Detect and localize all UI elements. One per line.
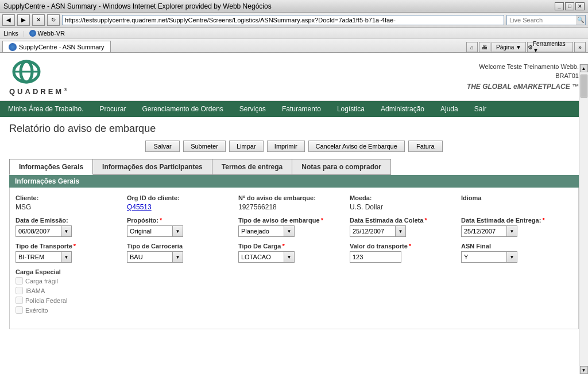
nav-logistica[interactable]: Logística xyxy=(329,101,373,117)
page-button[interactable]: Página ▼ xyxy=(492,42,526,52)
tagline: THE GLOBAL eMARKETPLACE ™ xyxy=(467,83,579,91)
nav-gerenciamento[interactable]: Gerenciamento de Ordens xyxy=(134,101,231,117)
stop-button[interactable]: ✕ xyxy=(32,14,45,26)
minimize-button[interactable]: _ xyxy=(555,2,564,10)
nav-ajuda[interactable]: Ajuda xyxy=(432,101,466,117)
exercito-label: Exército xyxy=(25,307,48,314)
data-emissao-input[interactable] xyxy=(16,225,61,237)
org-id-value[interactable]: Q45513 xyxy=(127,203,229,211)
close-button[interactable]: ✕ xyxy=(575,2,585,10)
tipo-aviso-dropdown[interactable]: ▼ xyxy=(284,225,295,237)
asn-final-input[interactable] xyxy=(461,251,507,263)
forward-button[interactable]: ▶ xyxy=(17,14,30,26)
tab-informacoes-participantes[interactable]: Informações dos Participantes xyxy=(93,159,212,175)
tipo-aviso-label: Tipo de aviso de embarque * xyxy=(238,217,341,224)
imprimir-button[interactable]: Imprimir xyxy=(267,141,305,152)
webb-vr-link[interactable]: Webb-VR xyxy=(29,30,65,37)
scroll-thumb[interactable] xyxy=(581,75,587,98)
valor-transporte-group: Valor do transporte * xyxy=(350,243,461,263)
welcome-text: Welcome Teste Treinamento Webb. BRAT01 xyxy=(467,63,579,80)
nav-faturamento[interactable]: Faturamento xyxy=(274,101,329,117)
tipo-carga-input[interactable] xyxy=(238,251,284,263)
tipo-aviso-wrapper: ▼ xyxy=(238,225,341,237)
print-button[interactable]: 🖶 xyxy=(479,42,490,52)
tipo-carga-required: * xyxy=(282,243,284,250)
data-entrega-dropdown[interactable]: ▼ xyxy=(507,225,517,237)
scroll-up-button[interactable]: ▲ xyxy=(580,64,588,72)
nav-sair[interactable]: Sair xyxy=(466,101,494,117)
exercito-checkbox[interactable] xyxy=(16,306,23,314)
browser-tab[interactable]: SupplyCentre - ASN Summary xyxy=(2,41,111,52)
restore-button[interactable]: □ xyxy=(565,2,574,10)
nav-minha-area[interactable]: Minha Área de Trabalho. xyxy=(0,101,91,117)
tipo-carroceria-dropdown[interactable]: ▼ xyxy=(173,251,183,263)
submeter-button[interactable]: Submeter xyxy=(183,141,226,152)
section-header: Informações Gerais xyxy=(9,175,579,188)
header-right: Welcome Teste Treinamento Webb. BRAT01 T… xyxy=(467,63,579,91)
refresh-button[interactable]: ↻ xyxy=(47,14,60,26)
tipo-aviso-group: Tipo de aviso de embarque * ▼ xyxy=(238,217,350,237)
moeda-label: Moeda: xyxy=(350,194,452,201)
search-input[interactable] xyxy=(507,15,576,25)
limpar-button[interactable]: Limpar xyxy=(229,141,264,152)
tipo-carga-dropdown[interactable]: ▼ xyxy=(284,251,295,263)
cancelar-button[interactable]: Cancelar Aviso de Embarque xyxy=(308,141,405,152)
valor-transporte-required: * xyxy=(409,243,411,250)
data-coleta-required: * xyxy=(424,217,427,224)
gear-icon: ⚙ xyxy=(528,44,533,50)
tipo-transporte-input[interactable] xyxy=(16,251,61,263)
nav-administracao[interactable]: Administração xyxy=(373,101,432,117)
form-row-3: Tipo de Transporte * ▼ Tipo de Carroceri… xyxy=(16,243,572,263)
tab-tools: ⌂ 🖶 Página ▼ ⚙ Ferramentas ▼ » xyxy=(466,42,586,52)
expand-button[interactable]: » xyxy=(574,42,586,52)
form-row-1: Cliente: MSG Org ID do cliente: Q45513 N… xyxy=(16,194,572,211)
data-entrega-input[interactable] xyxy=(461,225,507,237)
data-emissao-label: Data de Emissão: xyxy=(16,217,118,224)
carga-especial-row: Carga Especial Carga frágil IBAMA Políci… xyxy=(16,268,572,316)
org-id-group: Org ID do cliente: Q45513 xyxy=(127,194,238,211)
proposito-dropdown[interactable]: ▼ xyxy=(173,225,183,237)
policia-federal-checkbox[interactable] xyxy=(16,297,23,304)
proposito-group: Propósito: * ▼ xyxy=(127,217,238,237)
address-bar[interactable] xyxy=(62,15,504,25)
tipo-transporte-dropdown[interactable]: ▼ xyxy=(61,251,72,263)
back-button[interactable]: ◀ xyxy=(2,14,15,26)
data-coleta-input[interactable] xyxy=(350,225,396,237)
asn-final-group: ASN Final ▼ xyxy=(461,243,572,263)
tipo-aviso-input[interactable] xyxy=(238,225,284,237)
salvar-button[interactable]: Salvar xyxy=(145,141,180,152)
proposito-wrapper: ▼ xyxy=(127,225,229,237)
links-label: Links xyxy=(3,30,18,37)
tipo-carroceria-input[interactable] xyxy=(127,251,173,263)
fatura-button[interactable]: Fatura xyxy=(408,141,443,152)
ibama-checkbox[interactable] xyxy=(16,287,23,294)
asn-final-dropdown[interactable]: ▼ xyxy=(507,251,517,263)
tipo-aviso-required: * xyxy=(321,217,323,224)
search-button[interactable]: 🔍 xyxy=(576,15,585,25)
data-emissao-wrapper: ▼ xyxy=(16,225,118,237)
data-emissao-group: Data de Emissão: ▼ xyxy=(16,217,127,237)
logo-registered: ® xyxy=(64,87,69,92)
logo-icon xyxy=(9,57,44,86)
data-emissao-dropdown[interactable]: ▼ xyxy=(61,225,72,237)
data-coleta-wrapper: ▼ xyxy=(350,225,452,237)
data-entrega-label: Data Estimada de Entrega: * xyxy=(461,217,563,224)
carga-especial-label: Carga Especial xyxy=(16,268,202,275)
scrollbar[interactable]: ▲ ▼ xyxy=(579,64,588,335)
valor-transporte-input[interactable] xyxy=(350,251,401,263)
data-coleta-label: Data Estimada da Coleta * xyxy=(350,217,452,224)
proposito-input[interactable] xyxy=(127,225,173,237)
tools-button[interactable]: ⚙ Ferramentas ▼ xyxy=(527,42,573,52)
tab-termos-entrega[interactable]: Termos de entrega xyxy=(212,159,292,175)
tab-informacoes-gerais[interactable]: Informações Gerais xyxy=(9,159,93,175)
data-coleta-dropdown[interactable]: ▼ xyxy=(396,225,406,237)
nav-procurar[interactable]: Procurar xyxy=(91,101,134,117)
nav-servicos[interactable]: Serviços xyxy=(231,101,274,117)
no-aviso-value: 1927566218 xyxy=(238,203,341,211)
tab-notas-comprador[interactable]: Notas para o comprador xyxy=(292,159,391,175)
browser-title: SupplyCentre - ASN Summary - Windows Int… xyxy=(3,2,272,10)
checkbox-policia-federal: Polícia Federal xyxy=(16,297,202,304)
home-button[interactable]: ⌂ xyxy=(466,42,478,52)
policia-federal-label: Polícia Federal xyxy=(25,297,67,304)
carga-fragil-checkbox[interactable] xyxy=(16,277,23,285)
